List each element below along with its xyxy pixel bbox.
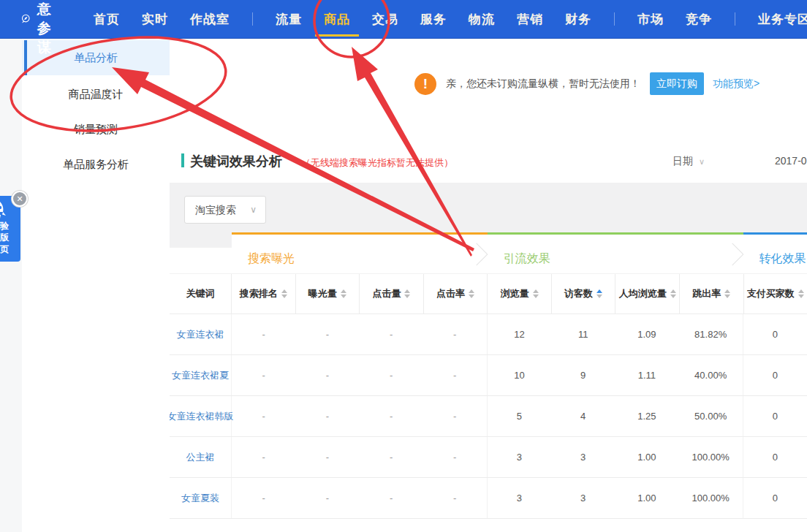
feature-preview-link[interactable]: 功能预览> bbox=[713, 77, 759, 91]
table-cell: - bbox=[423, 478, 487, 518]
column-header-search-rank[interactable]: 搜索排名 bbox=[232, 274, 295, 314]
promo-text-line: 体验 bbox=[0, 220, 10, 232]
keyword-cell: 女童夏装 bbox=[170, 478, 232, 518]
sidebar: 单品分析商品温度计销量预测单品服务分析 bbox=[22, 39, 170, 532]
table-cell: - bbox=[295, 396, 359, 436]
nav-item-competition[interactable]: 竞争 bbox=[686, 0, 712, 39]
column-header-bounce-rate[interactable]: 跳出率 bbox=[679, 274, 743, 314]
group-chevron-icon bbox=[721, 243, 743, 265]
keyword-link[interactable]: 女童连衣裙夏 bbox=[172, 369, 229, 382]
table-group-header-row: 搜索曝光引流效果转化效果 bbox=[170, 232, 807, 274]
nav-item-service[interactable]: 服务 bbox=[420, 0, 447, 39]
nav-item-finance[interactable]: 财务 bbox=[565, 0, 591, 39]
table-cell: 3 bbox=[487, 478, 551, 518]
nav-item-business-zone[interactable]: 业务专区 bbox=[758, 0, 807, 39]
column-header-paying-buyers[interactable]: 支付买家数 bbox=[743, 274, 807, 314]
sort-icon[interactable] bbox=[469, 289, 474, 298]
table-group-label: 转化效果 bbox=[759, 251, 806, 267]
table-row: 女童夏装----331.00100.00%0 bbox=[170, 478, 807, 519]
promo-close-icon[interactable]: ✕ bbox=[12, 191, 28, 207]
chevron-down-icon: ∨ bbox=[250, 197, 257, 223]
main-content: ! 亲，您还未订购流量纵横，暂时无法使用！ 立即订购 功能预览> 关键词效果分析… bbox=[170, 39, 807, 532]
sort-icon[interactable] bbox=[798, 289, 804, 298]
app-window: 生意参谋 首页实时作战室流量商品交易服务物流营销财务市场竞争业务专区 单品分析商… bbox=[0, 0, 807, 532]
table-row: 女童连衣裙----12111.0981.82%0 bbox=[170, 314, 807, 355]
table-cell: 0 bbox=[743, 396, 807, 436]
nav-item-product[interactable]: 商品 bbox=[324, 0, 350, 39]
sort-icon[interactable] bbox=[596, 289, 602, 298]
table-cell: - bbox=[232, 314, 295, 354]
column-header-keyword: 关键词 bbox=[170, 274, 232, 314]
table-cell: 3 bbox=[487, 437, 551, 477]
table-group-label: 引流效果 bbox=[504, 251, 550, 267]
table-cell: - bbox=[423, 437, 487, 477]
nav-item-marketing[interactable]: 营销 bbox=[517, 0, 543, 39]
sort-icon[interactable] bbox=[281, 289, 287, 298]
search-source-select[interactable]: 淘宝搜索 ∨ bbox=[184, 196, 266, 224]
table-cell: - bbox=[423, 355, 487, 395]
nav-item-trade[interactable]: 交易 bbox=[372, 0, 398, 39]
keyword-link[interactable]: 女童夏装 bbox=[181, 492, 219, 505]
table-cell: - bbox=[232, 478, 295, 518]
table-cell: 1.09 bbox=[615, 314, 678, 354]
keyword-link[interactable]: 女童连衣裙 bbox=[177, 328, 224, 341]
nav-item-realtime[interactable]: 实时 bbox=[142, 0, 168, 39]
sort-icon[interactable] bbox=[341, 289, 346, 298]
column-header-pageviews[interactable]: 浏览量 bbox=[487, 274, 551, 314]
nav-item-logistics[interactable]: 物流 bbox=[469, 0, 495, 39]
sidebar-item-product-thermometer[interactable]: 商品温度计 bbox=[22, 77, 170, 112]
app-logo[interactable]: 生意参谋 bbox=[20, 0, 64, 57]
table-cell: 10 bbox=[487, 355, 551, 395]
table-cell: 50.00% bbox=[679, 396, 743, 436]
sort-icon[interactable] bbox=[670, 289, 676, 298]
column-header-visitors[interactable]: 访客数 bbox=[551, 274, 615, 314]
column-header-avg-pageviews[interactable]: 人均浏览量 bbox=[615, 274, 679, 314]
sort-icon[interactable] bbox=[404, 289, 410, 298]
nav-divider bbox=[252, 12, 253, 26]
subscription-notice: ! 亲，您还未订购流量纵横，暂时无法使用！ 立即订购 功能预览> bbox=[414, 72, 759, 95]
sidebar-item-sales-forecast[interactable]: 销量预测 bbox=[22, 112, 170, 147]
sort-icon[interactable] bbox=[533, 289, 539, 298]
table-group-search-exposure: 搜索曝光 bbox=[232, 232, 488, 273]
table-cell: - bbox=[359, 437, 423, 477]
table-cell: 0 bbox=[743, 437, 807, 477]
nav-item-market[interactable]: 市场 bbox=[637, 0, 664, 39]
table-cell: - bbox=[295, 478, 359, 518]
table-cell: 1.25 bbox=[615, 396, 678, 436]
nav-item-war-room[interactable]: 作战室 bbox=[190, 0, 230, 39]
table-group-conversion-effect: 转化效果 bbox=[743, 232, 807, 273]
table-cell: - bbox=[359, 478, 423, 518]
table-row: 女童连衣裙夏----1091.1140.00%0 bbox=[170, 355, 807, 396]
keyword-cell: 女童连衣裙 bbox=[170, 314, 232, 354]
order-now-button[interactable]: 立即订购 bbox=[650, 72, 704, 95]
column-header-exposure[interactable]: 曝光量 bbox=[295, 274, 360, 314]
table-cell: 0 bbox=[743, 355, 807, 395]
table-cell: - bbox=[359, 396, 423, 436]
table-cell: 5 bbox=[487, 396, 551, 436]
nav-item-traffic[interactable]: 流量 bbox=[276, 0, 302, 39]
column-header-ctr[interactable]: 点击率 bbox=[423, 274, 488, 314]
table-cell: 1.11 bbox=[615, 355, 678, 395]
search-source-value: 淘宝搜索 bbox=[195, 204, 236, 216]
table-cell: - bbox=[232, 396, 295, 436]
keyword-link[interactable]: 女童连衣裙韩版 bbox=[167, 410, 234, 423]
sidebar-item-item-service-analysis[interactable]: 单品服务分析 bbox=[22, 147, 170, 182]
keyword-effect-table: 搜索曝光引流效果转化效果 关键词搜索排名曝光量点击量点击率浏览量访客数人均浏览量… bbox=[170, 232, 807, 532]
table-group-traffic-effect: 引流效果 bbox=[488, 232, 743, 273]
section-header: 关键词效果分析 （无线端搜索曝光指标暂无法提供） 日期 ∨ 2017-0 bbox=[170, 139, 807, 183]
sort-icon[interactable] bbox=[724, 289, 730, 298]
group-keyword-gap bbox=[170, 232, 232, 273]
table-cell: - bbox=[232, 355, 295, 395]
date-dropdown[interactable]: 日期 ∨ bbox=[672, 155, 705, 168]
keyword-link[interactable]: 公主裙 bbox=[186, 451, 215, 464]
date-value: 2017-0 bbox=[775, 155, 807, 167]
table-cell: 1.00 bbox=[615, 437, 678, 477]
compass-logo-icon bbox=[20, 8, 31, 30]
table-cell: 0 bbox=[743, 314, 807, 354]
table-cell: - bbox=[295, 355, 359, 395]
table-cell: - bbox=[423, 314, 487, 354]
column-header-clicks[interactable]: 点击量 bbox=[359, 274, 423, 314]
notice-text: 亲，您还未订购流量纵横，暂时无法使用！ bbox=[446, 77, 640, 91]
nav-item-home[interactable]: 首页 bbox=[94, 0, 120, 39]
section-accent-bar bbox=[181, 153, 184, 167]
